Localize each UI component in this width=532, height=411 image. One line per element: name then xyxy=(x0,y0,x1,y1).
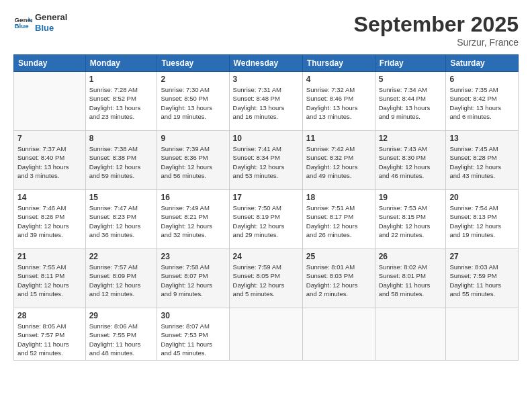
day-info: Sunrise: 7:34 AM Sunset: 8:44 PM Dayligh… xyxy=(379,85,443,121)
day-info: Sunrise: 7:38 AM Sunset: 8:38 PM Dayligh… xyxy=(89,144,154,180)
calendar-cell: 2Sunrise: 7:30 AM Sunset: 8:50 PM Daylig… xyxy=(157,72,229,131)
calendar-cell: 19Sunrise: 7:53 AM Sunset: 8:15 PM Dayli… xyxy=(375,190,446,249)
day-info: Sunrise: 7:55 AM Sunset: 8:11 PM Dayligh… xyxy=(17,263,82,298)
day-number: 19 xyxy=(379,193,443,202)
day-number: 28 xyxy=(17,311,82,320)
day-number: 6 xyxy=(449,75,515,84)
day-number: 3 xyxy=(233,75,299,84)
calendar-cell xyxy=(229,308,302,361)
weekday-header: Tuesday xyxy=(157,55,229,72)
day-info: Sunrise: 8:06 AM Sunset: 7:55 PM Dayligh… xyxy=(89,322,154,357)
weekday-header: Wednesday xyxy=(229,55,302,72)
day-info: Sunrise: 8:03 AM Sunset: 7:59 PM Dayligh… xyxy=(449,263,515,298)
day-info: Sunrise: 7:42 AM Sunset: 8:32 PM Dayligh… xyxy=(306,144,371,180)
day-info: Sunrise: 7:57 AM Sunset: 8:09 PM Dayligh… xyxy=(89,263,154,298)
calendar-cell: 7Sunrise: 7:37 AM Sunset: 8:40 PM Daylig… xyxy=(14,131,86,190)
day-number: 11 xyxy=(306,134,371,143)
weekday-header: Monday xyxy=(85,55,157,72)
day-info: Sunrise: 8:07 AM Sunset: 7:53 PM Dayligh… xyxy=(161,322,225,357)
day-number: 13 xyxy=(449,134,515,143)
day-info: Sunrise: 7:58 AM Sunset: 8:07 PM Dayligh… xyxy=(161,263,225,298)
day-info: Sunrise: 7:59 AM Sunset: 8:05 PM Dayligh… xyxy=(233,263,299,298)
title-block: September 2025 Surzur, France xyxy=(354,12,519,48)
day-number: 24 xyxy=(233,252,299,261)
calendar-table: SundayMondayTuesdayWednesdayThursdayFrid… xyxy=(13,54,519,361)
day-number: 15 xyxy=(89,193,154,202)
day-info: Sunrise: 7:28 AM Sunset: 8:52 PM Dayligh… xyxy=(89,85,154,121)
day-info: Sunrise: 7:39 AM Sunset: 8:36 PM Dayligh… xyxy=(161,144,225,180)
calendar-cell: 18Sunrise: 7:51 AM Sunset: 8:17 PM Dayli… xyxy=(302,190,375,249)
logo-icon: General Blue xyxy=(13,13,32,32)
calendar-cell: 6Sunrise: 7:35 AM Sunset: 8:42 PM Daylig… xyxy=(446,72,519,131)
logo-blue: Blue xyxy=(35,23,67,34)
calendar-cell: 5Sunrise: 7:34 AM Sunset: 8:44 PM Daylig… xyxy=(375,72,446,131)
location-subtitle: Surzur, France xyxy=(354,37,519,48)
calendar-cell: 4Sunrise: 7:32 AM Sunset: 8:46 PM Daylig… xyxy=(302,72,375,131)
calendar-cell xyxy=(446,308,519,361)
month-title: September 2025 xyxy=(354,12,519,37)
day-number: 30 xyxy=(161,311,225,320)
calendar-cell: 28Sunrise: 8:05 AM Sunset: 7:57 PM Dayli… xyxy=(14,308,86,361)
day-number: 25 xyxy=(306,252,371,261)
day-info: Sunrise: 7:45 AM Sunset: 8:28 PM Dayligh… xyxy=(449,144,515,180)
day-number: 5 xyxy=(379,75,443,84)
day-info: Sunrise: 7:37 AM Sunset: 8:40 PM Dayligh… xyxy=(17,144,82,180)
logo-general: General xyxy=(35,12,67,23)
day-number: 18 xyxy=(306,193,371,202)
calendar-cell: 29Sunrise: 8:06 AM Sunset: 7:55 PM Dayli… xyxy=(85,308,157,361)
calendar-cell: 8Sunrise: 7:38 AM Sunset: 8:38 PM Daylig… xyxy=(85,131,157,190)
calendar-cell: 16Sunrise: 7:49 AM Sunset: 8:21 PM Dayli… xyxy=(157,190,229,249)
day-info: Sunrise: 7:30 AM Sunset: 8:50 PM Dayligh… xyxy=(161,85,225,121)
day-number: 14 xyxy=(17,193,82,202)
calendar-cell: 14Sunrise: 7:46 AM Sunset: 8:26 PM Dayli… xyxy=(14,190,86,249)
calendar-cell xyxy=(302,308,375,361)
day-number: 8 xyxy=(89,134,154,143)
calendar-cell: 21Sunrise: 7:55 AM Sunset: 8:11 PM Dayli… xyxy=(14,249,86,308)
day-info: Sunrise: 7:46 AM Sunset: 8:26 PM Dayligh… xyxy=(17,203,82,239)
day-info: Sunrise: 8:05 AM Sunset: 7:57 PM Dayligh… xyxy=(17,322,82,357)
calendar-cell: 17Sunrise: 7:50 AM Sunset: 8:19 PM Dayli… xyxy=(229,190,302,249)
day-info: Sunrise: 7:54 AM Sunset: 8:13 PM Dayligh… xyxy=(449,203,515,239)
calendar-cell: 9Sunrise: 7:39 AM Sunset: 8:36 PM Daylig… xyxy=(157,131,229,190)
weekday-header: Saturday xyxy=(446,55,519,72)
day-info: Sunrise: 7:43 AM Sunset: 8:30 PM Dayligh… xyxy=(379,144,443,180)
svg-text:Blue: Blue xyxy=(14,22,29,30)
calendar-cell: 3Sunrise: 7:31 AM Sunset: 8:48 PM Daylig… xyxy=(229,72,302,131)
day-number: 21 xyxy=(17,252,82,261)
day-number: 22 xyxy=(89,252,154,261)
calendar-cell: 24Sunrise: 7:59 AM Sunset: 8:05 PM Dayli… xyxy=(229,249,302,308)
page-header: General Blue General Blue September 2025… xyxy=(13,12,519,48)
day-number: 16 xyxy=(161,193,225,202)
day-info: Sunrise: 7:35 AM Sunset: 8:42 PM Dayligh… xyxy=(449,85,515,121)
day-number: 7 xyxy=(17,134,82,143)
weekday-header: Sunday xyxy=(14,55,86,72)
day-number: 9 xyxy=(161,134,225,143)
calendar-cell: 26Sunrise: 8:02 AM Sunset: 8:01 PM Dayli… xyxy=(375,249,446,308)
calendar-cell: 20Sunrise: 7:54 AM Sunset: 8:13 PM Dayli… xyxy=(446,190,519,249)
calendar-cell: 11Sunrise: 7:42 AM Sunset: 8:32 PM Dayli… xyxy=(302,131,375,190)
calendar-cell xyxy=(375,308,446,361)
calendar-cell xyxy=(14,72,86,131)
calendar-cell: 25Sunrise: 8:01 AM Sunset: 8:03 PM Dayli… xyxy=(302,249,375,308)
day-info: Sunrise: 7:49 AM Sunset: 8:21 PM Dayligh… xyxy=(161,203,225,239)
day-number: 12 xyxy=(379,134,443,143)
day-number: 26 xyxy=(379,252,443,261)
weekday-header-row: SundayMondayTuesdayWednesdayThursdayFrid… xyxy=(14,55,519,72)
day-number: 23 xyxy=(161,252,225,261)
day-info: Sunrise: 7:32 AM Sunset: 8:46 PM Dayligh… xyxy=(306,85,371,121)
day-number: 17 xyxy=(233,193,299,202)
weekday-header: Friday xyxy=(375,55,446,72)
day-number: 2 xyxy=(161,75,225,84)
day-number: 20 xyxy=(449,193,515,202)
calendar-cell: 30Sunrise: 8:07 AM Sunset: 7:53 PM Dayli… xyxy=(157,308,229,361)
day-info: Sunrise: 7:51 AM Sunset: 8:17 PM Dayligh… xyxy=(306,203,371,239)
calendar-cell: 12Sunrise: 7:43 AM Sunset: 8:30 PM Dayli… xyxy=(375,131,446,190)
day-info: Sunrise: 7:50 AM Sunset: 8:19 PM Dayligh… xyxy=(233,203,299,239)
day-number: 27 xyxy=(449,252,515,261)
weekday-header: Thursday xyxy=(302,55,375,72)
day-info: Sunrise: 8:02 AM Sunset: 8:01 PM Dayligh… xyxy=(379,263,443,298)
day-info: Sunrise: 7:47 AM Sunset: 8:23 PM Dayligh… xyxy=(89,203,154,239)
day-number: 4 xyxy=(306,75,371,84)
day-number: 10 xyxy=(233,134,299,143)
calendar-cell: 15Sunrise: 7:47 AM Sunset: 8:23 PM Dayli… xyxy=(85,190,157,249)
